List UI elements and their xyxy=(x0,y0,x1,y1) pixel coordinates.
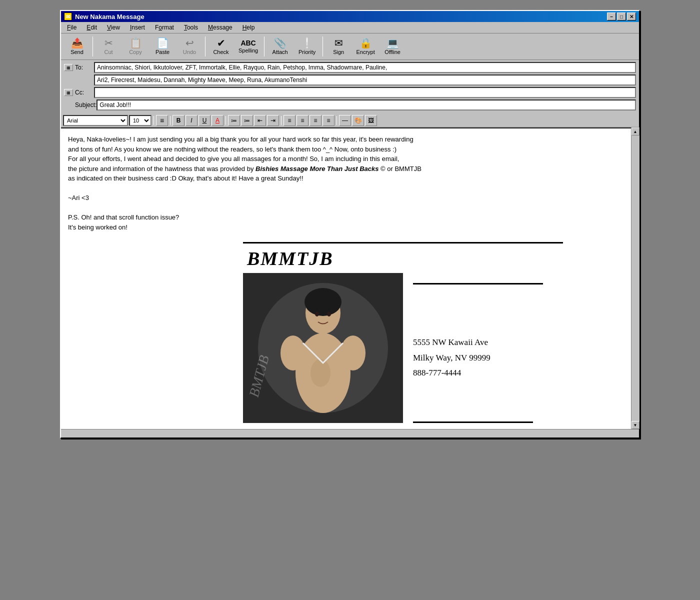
paste-button[interactable]: 📄 Paste xyxy=(150,36,176,58)
bold-button[interactable]: B xyxy=(172,115,184,126)
window-title: New Nakama Message xyxy=(75,13,144,20)
svg-point-8 xyxy=(315,312,319,316)
encrypt-icon: 🔒 xyxy=(360,38,372,48)
cc-input[interactable] xyxy=(94,87,636,98)
send-icon: 📤 xyxy=(71,38,84,48)
fmt-sep-2 xyxy=(170,116,170,125)
subject-label: Subject: xyxy=(64,102,96,108)
attach-icon: 📎 xyxy=(274,38,286,48)
maximize-button[interactable]: □ xyxy=(617,12,626,20)
spelling-icon: ABC xyxy=(240,40,256,46)
send-button[interactable]: 📤 Send xyxy=(64,36,90,58)
to-input-line1[interactable] xyxy=(94,62,636,73)
subject-input[interactable] xyxy=(96,100,636,110)
toolbar-separator-2 xyxy=(205,36,206,56)
align-left-button[interactable]: ≡ xyxy=(284,115,296,126)
size-select[interactable]: 10 xyxy=(129,115,152,126)
title-buttons: – □ ✕ xyxy=(607,12,636,20)
toolbar-separator-4 xyxy=(322,36,323,56)
toolbar-separator-3 xyxy=(264,36,264,56)
sign-button[interactable]: ✉ Sign xyxy=(326,36,352,58)
menu-message[interactable]: Message xyxy=(204,23,236,32)
to-field-row: ▦ To: xyxy=(64,62,636,73)
card-image: BMTJB xyxy=(243,273,403,423)
offline-icon: 💻 xyxy=(386,38,399,48)
title-bar: ✉ New Nakama Message – □ ✕ xyxy=(61,11,639,22)
unordered-list-button[interactable]: ≔ xyxy=(228,115,240,126)
check-icon: ✔ xyxy=(217,38,226,48)
color-button[interactable]: A xyxy=(212,115,224,126)
scroll-track xyxy=(632,136,640,421)
top-divider xyxy=(243,242,563,244)
card-content: BMTJB 5555 NW Kawaii Ave Milky Way, NV 9… xyxy=(243,273,624,423)
fmt-sep-4 xyxy=(281,116,282,125)
menu-help[interactable]: Help xyxy=(238,23,259,32)
increase-indent-button[interactable]: ⇥ xyxy=(267,115,279,126)
business-card: BMMTJB xyxy=(243,242,624,423)
address-block: 5555 NW Kawaii Ave Milky Way, NV 99999 8… xyxy=(413,335,624,381)
align-center-button[interactable]: ≡ xyxy=(296,115,308,126)
underline-button[interactable]: U xyxy=(198,115,210,126)
cut-icon: ✂ xyxy=(104,38,113,48)
attach-button[interactable]: 📎 Attach xyxy=(267,36,293,58)
status-bar xyxy=(61,429,639,438)
compose-area[interactable]: Heya, Naka-lovelies~! I am just sending … xyxy=(61,128,631,429)
indent-button[interactable]: ≡ xyxy=(156,115,168,126)
svg-point-5 xyxy=(304,288,342,316)
body-line3: For all your efforts, I went ahead and d… xyxy=(68,154,624,164)
menu-view[interactable]: View xyxy=(103,23,124,32)
spelling-button[interactable]: ABC Spelling xyxy=(235,37,262,56)
menu-format[interactable]: Format xyxy=(151,23,178,32)
encrypt-button[interactable]: 🔒 Encrypt xyxy=(352,36,378,58)
priority-icon: ❕ xyxy=(301,38,314,48)
copy-icon: 📋 xyxy=(130,38,142,48)
svg-point-9 xyxy=(327,312,331,316)
fmt-sep-1 xyxy=(154,116,154,125)
body-line1: Heya, Naka-lovelies~! I am just sending … xyxy=(68,134,624,144)
title-bar-left: ✉ New Nakama Message xyxy=(64,12,144,20)
minimize-button[interactable]: – xyxy=(607,12,616,20)
close-button[interactable]: ✕ xyxy=(627,12,636,20)
italic-button[interactable]: I xyxy=(186,115,198,126)
cc-icon: ▦ xyxy=(64,89,73,96)
toolbar: 📤 Send ✂ Cut 📋 Copy 📄 Paste ↩ Undo ✔ Che… xyxy=(61,34,639,60)
font-select[interactable]: Arial xyxy=(63,115,128,126)
image-button[interactable]: 🖼 xyxy=(365,115,377,126)
offline-button[interactable]: 💻 Offline xyxy=(380,36,406,58)
figure-svg: BMTJB xyxy=(243,273,403,423)
right-divider-2 xyxy=(413,422,533,423)
window-icon: ✉ xyxy=(64,12,72,20)
bmmtjb-logo: BMMTJB xyxy=(243,244,624,273)
fmt-sep-5 xyxy=(336,116,337,125)
undo-button[interactable]: ↩ Undo xyxy=(176,36,202,58)
ordered-list-button[interactable]: ≔ xyxy=(241,115,253,126)
body-ps2: It's being worked on! xyxy=(68,222,624,232)
body-signature: ~Ari <3 xyxy=(68,193,624,203)
hr-button[interactable]: — xyxy=(339,115,351,126)
paste-icon: 📄 xyxy=(156,38,169,48)
menu-edit[interactable]: Edit xyxy=(82,23,101,32)
scrollbar-area: Heya, Naka-lovelies~! I am just sending … xyxy=(61,128,639,429)
scroll-down-button[interactable]: ▼ xyxy=(632,421,640,429)
right-scrollbar: ▲ ▼ xyxy=(631,128,639,429)
to-input-line2[interactable] xyxy=(94,74,636,86)
body-line4: the picture and information of the hawtn… xyxy=(68,164,624,174)
body-line2: and tons of fun! As you know we are noth… xyxy=(68,144,624,154)
menu-insert[interactable]: Insert xyxy=(126,23,149,32)
menu-tools[interactable]: Tools xyxy=(180,23,202,32)
decrease-indent-button[interactable]: ⇤ xyxy=(254,115,266,126)
justify-button[interactable]: ≡ xyxy=(322,115,334,126)
copy-button[interactable]: 📋 Copy xyxy=(122,36,148,58)
cut-button[interactable]: ✂ Cut xyxy=(96,36,122,58)
address-fields: ▦ To: ▦ Cc: Subject: xyxy=(61,60,639,114)
menu-file[interactable]: File xyxy=(63,23,80,32)
scroll-up-button[interactable]: ▲ xyxy=(632,128,640,136)
body-line5: as indicated on their business card :D O… xyxy=(68,174,624,184)
align-right-button[interactable]: ≡ xyxy=(310,115,322,126)
to-label: ▦ To: xyxy=(64,64,94,71)
address-text: 5555 NW Kawaii Ave Milky Way, NV 99999 8… xyxy=(413,335,624,381)
check-button[interactable]: ✔ Check xyxy=(208,36,234,58)
fmt-sep-3 xyxy=(226,116,226,125)
priority-button[interactable]: ❕ Priority xyxy=(294,36,320,58)
bg-color-button[interactable]: 🎨 xyxy=(352,115,364,126)
